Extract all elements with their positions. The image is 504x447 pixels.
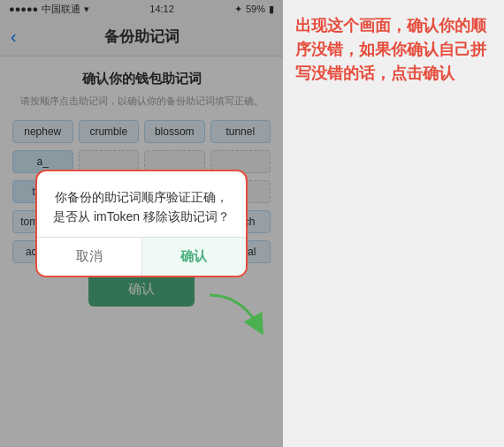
arrow-container (205, 291, 276, 343)
dialog-body: 你备份的助记词顺序验证正确，是否从 imToken 移除该助记词？ (37, 171, 246, 238)
dialog: 你备份的助记词顺序验证正确，是否从 imToken 移除该助记词？ 取消 确认 (35, 170, 248, 278)
dialog-cancel-button[interactable]: 取消 (37, 238, 142, 276)
dialog-text: 你备份的助记词顺序验证正确，是否从 imToken 移除该助记词？ (51, 187, 232, 227)
annotation-text: 出现这个画面，确认你的顺序没错，如果你确认自己拼写没错的话，点击确认 (295, 14, 492, 86)
dialog-actions: 取消 确认 (37, 237, 246, 276)
arrow-icon (205, 291, 276, 339)
dialog-ok-button[interactable]: 确认 (142, 238, 247, 276)
dialog-overlay: 你备份的助记词顺序验证正确，是否从 imToken 移除该助记词？ 取消 确认 (0, 0, 283, 447)
annotation-panel: 出现这个画面，确认你的顺序没错，如果你确认自己拼写没错的话，点击确认 (283, 0, 504, 447)
phone-frame: ●●●●● 中国联通 ▾ 14:12 ✦ 59% ▮ ‹ 备份助记词 确认你的钱… (0, 0, 283, 447)
